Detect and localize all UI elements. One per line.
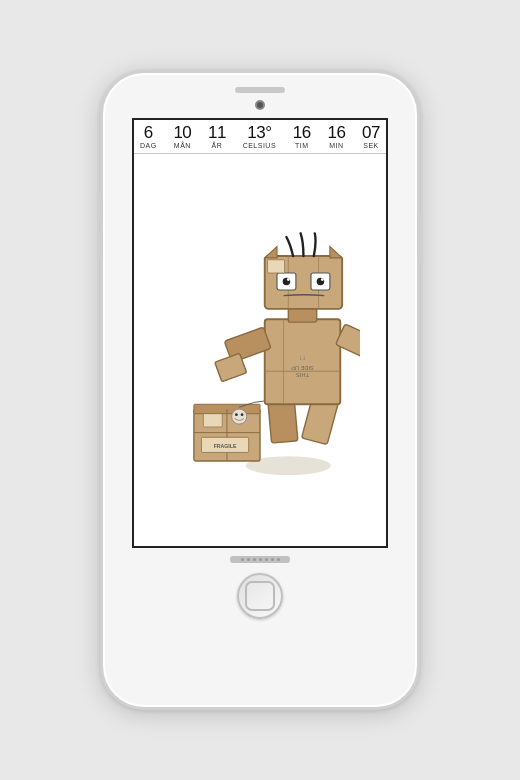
status-label: SEK [363,142,379,149]
svg-rect-33 [268,260,285,273]
robot-svg: FRAGILE THIS SI [160,154,360,494]
status-value: 16 [327,124,345,141]
status-bar: 6DAG10MÅN11ÅR13°CELSIUS16TIM16MIN07SEK [134,120,386,154]
home-button[interactable] [237,573,283,619]
status-label: CELSIUS [243,142,276,149]
status-item-celsius: 13°CELSIUS [243,124,276,149]
status-value: 13° [247,124,271,141]
status-item-dag: 6DAG [140,124,157,149]
status-label: TIM [295,142,309,149]
bottom-speaker [230,556,290,563]
svg-point-9 [235,413,238,416]
status-label: ÅR [212,142,223,149]
svg-rect-20 [215,353,247,382]
earpiece-speaker [235,87,285,93]
svg-text:SIDE UP: SIDE UP [291,365,314,371]
power-button[interactable] [418,213,423,263]
phone-bottom [103,556,417,635]
svg-text:FRAGILE: FRAGILE [214,443,237,449]
front-camera [255,100,265,110]
status-item-tim: 16TIM [293,124,311,149]
status-item-sek: 07SEK [362,124,380,149]
status-value: 11 [208,124,226,141]
wallpaper-illustration: FRAGILE THIS SI [134,154,386,494]
phone-screen: 6DAG10MÅN11ÅR13°CELSIUS16TIM16MIN07SEK F… [132,118,388,548]
svg-text:↑↑: ↑↑ [299,355,306,362]
status-value: 16 [293,124,311,141]
status-value: 6 [144,124,153,141]
svg-rect-7 [203,414,222,427]
phone-top [103,73,417,110]
svg-point-31 [287,278,290,281]
home-button-inner [245,581,275,611]
status-item-mån: 10MÅN [173,124,191,149]
status-item-år: 11ÅR [208,124,226,149]
svg-point-8 [232,409,247,424]
svg-point-32 [321,278,324,281]
volume-down-button[interactable] [97,231,102,259]
volume-up-button[interactable] [97,193,102,221]
status-value: 10 [173,124,191,141]
svg-point-10 [241,413,244,416]
status-value: 07 [362,124,380,141]
phone-frame: 6DAG10MÅN11ÅR13°CELSIUS16TIM16MIN07SEK F… [100,70,420,710]
status-label: MIN [329,142,343,149]
status-label: MÅN [174,142,191,149]
status-label: DAG [140,142,157,149]
status-item-min: 16MIN [327,124,345,149]
svg-text:THIS: THIS [296,372,309,378]
